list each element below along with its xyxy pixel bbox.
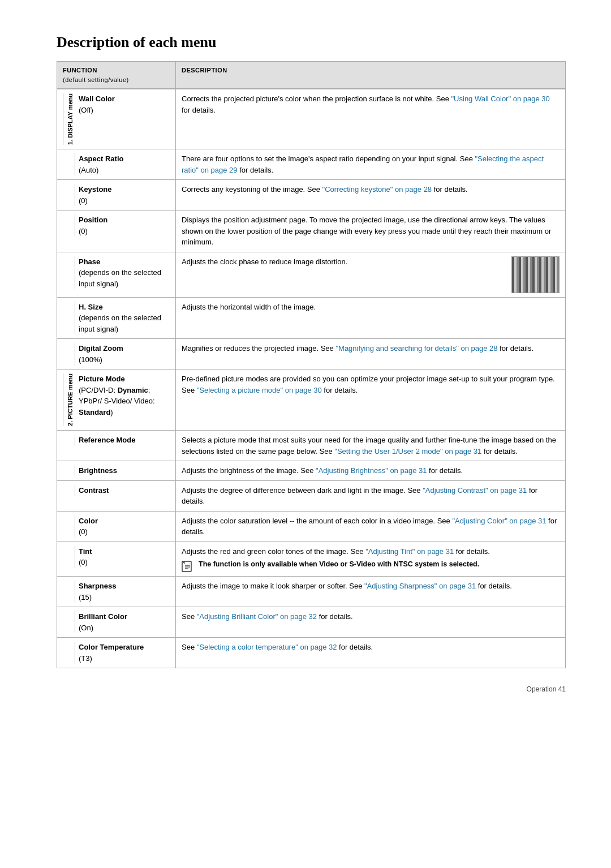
table-row: Reference Mode Selects a picture mode th… <box>57 431 566 461</box>
link[interactable]: "Magnifying and searching for details" o… <box>335 344 497 353</box>
func-name: Color <box>79 515 98 527</box>
phase-image <box>511 256 560 293</box>
func-name: Wall Color <box>79 93 115 105</box>
desc-cell: Adjusts the horizontal width of the imag… <box>176 297 566 339</box>
func-name: Color Temperature <box>79 642 144 653</box>
func-name: Keystone <box>79 184 112 195</box>
desc-cell: Magnifies or reduces the projected image… <box>176 339 566 369</box>
func-name: Tint <box>79 546 92 557</box>
func-name: Brilliant Color <box>79 611 127 622</box>
note-icon <box>182 561 195 572</box>
desc-cell: Adjusts the image to make it look sharpe… <box>176 577 566 607</box>
func-default: (Auto) <box>79 165 123 176</box>
link[interactable]: "Setting the User 1/User 2 mode" on page… <box>334 447 481 456</box>
table-row: Color Temperature (T3) See "Selecting a … <box>57 638 566 668</box>
func-default: (Off) <box>79 105 115 116</box>
table-row: Tint (0) Adjusts the red and green color… <box>57 542 566 577</box>
link[interactable]: "Adjusting Tint" on page 31 <box>365 547 454 556</box>
link[interactable]: "Adjusting Sharpness" on page 31 <box>364 582 476 590</box>
func-default: (T3) <box>79 653 144 664</box>
table-row: Color (0) Adjusts the color saturation l… <box>57 511 566 542</box>
desc-cell: Selects a picture mode that most suits y… <box>176 431 566 461</box>
func-name: Aspect Ratio <box>79 153 123 165</box>
func-name: Phase <box>79 256 170 268</box>
link[interactable]: "Selecting the aspect ratio" on page 29 <box>182 154 544 174</box>
func-default: (100%) <box>79 354 123 366</box>
table-row: Digital Zoom (100%) Magnifies or reduces… <box>57 339 566 369</box>
desc-cell: See "Adjusting Brilliant Color" on page … <box>176 607 566 638</box>
desc-cell: Corrects the projected picture's color w… <box>176 89 566 149</box>
func-default: (15) <box>79 592 116 603</box>
desc-cell: Adjusts the color saturation level -- th… <box>176 511 566 542</box>
func-default: (0) <box>79 557 92 568</box>
table-row: H. Size (depends on the selected input s… <box>57 297 566 339</box>
table-row: Phase (depends on the selected input sig… <box>57 252 566 297</box>
desc-cell: Displays the position adjustment page. T… <box>176 210 566 252</box>
func-default: (depends on the selected input signal) <box>79 267 170 289</box>
func-default: (0) <box>79 526 98 538</box>
func-default: (depends on the selected input signal) <box>79 312 170 334</box>
col-function-header: FUNCTION (default setting/value) <box>57 62 176 89</box>
table-row: 1. DISPLAY menu Wall Color (Off) Correct… <box>57 89 566 149</box>
link[interactable]: "Correcting keystone" on page 28 <box>322 185 432 194</box>
func-name: Picture Mode <box>79 373 170 385</box>
section-display-label: 1. DISPLAY menu <box>63 93 75 145</box>
func-default: (0) <box>79 195 112 207</box>
table-row: 2. PICTURE menu Picture Mode (PC/DVI-D: … <box>57 369 566 431</box>
desc-cell: Adjusts the red and green color tones of… <box>176 542 566 577</box>
func-default: (0) <box>79 226 107 237</box>
func-name: Contrast <box>79 485 109 496</box>
table-row: Brightness Adjusts the brightness of the… <box>57 461 566 481</box>
desc-cell: There are four options to set the image'… <box>176 149 566 180</box>
desc-cell: Corrects any keystoning of the image. Se… <box>176 180 566 210</box>
table-row: Sharpness (15) Adjusts the image to make… <box>57 577 566 607</box>
func-name: Brightness <box>79 465 117 476</box>
link[interactable]: "Selecting a color temperature" on page … <box>197 643 337 651</box>
func-name: Digital Zoom <box>79 343 123 354</box>
func-name: Reference Mode <box>79 435 135 446</box>
page-footer: Operation 41 <box>57 685 566 693</box>
table-row: Keystone (0) Corrects any keystoning of … <box>57 180 566 210</box>
page-title: Description of each menu <box>57 34 566 51</box>
func-name: Sharpness <box>79 581 116 592</box>
desc-cell: See "Selecting a color temperature" on p… <box>176 638 566 668</box>
table-row: Position (0) Displays the position adjus… <box>57 210 566 252</box>
note-box: The function is only available when Vide… <box>182 559 560 572</box>
link[interactable]: "Adjusting Contrast" on page 31 <box>423 486 527 495</box>
note-text: The function is only available when Vide… <box>199 559 479 570</box>
table-row: Contrast Adjusts the degree of differenc… <box>57 480 566 511</box>
desc-cell: Pre-defined picture modes are provided s… <box>176 369 566 431</box>
func-name: H. Size <box>79 302 170 313</box>
link[interactable]: "Adjusting Color" on page 31 <box>452 517 546 525</box>
table-row: Aspect Ratio (Auto) There are four optio… <box>57 149 566 180</box>
func-name: Position <box>79 214 107 226</box>
desc-cell: Adjusts the brightness of the image. See… <box>176 461 566 481</box>
link[interactable]: "Adjusting Brilliant Color" on page 32 <box>197 612 317 621</box>
func-default: (On) <box>79 622 127 634</box>
section-picture-label: 2. PICTURE menu <box>63 373 75 426</box>
link[interactable]: "Adjusting Brightness" on page 31 <box>316 466 427 475</box>
desc-cell: Adjusts the degree of difference between… <box>176 480 566 511</box>
link[interactable]: "Using Wall Color" on page 30 <box>451 94 550 103</box>
func-default: (PC/DVI-D: Dynamic; YPbPr/ S-Video/ Vide… <box>79 385 170 418</box>
col-description-header: DESCRIPTION <box>176 62 566 89</box>
link[interactable]: "Selecting a picture mode" on page 30 <box>197 386 322 394</box>
table-row: Brilliant Color (On) See "Adjusting Bril… <box>57 607 566 638</box>
desc-cell: Adjusts the clock phase to reduce image … <box>176 252 566 297</box>
